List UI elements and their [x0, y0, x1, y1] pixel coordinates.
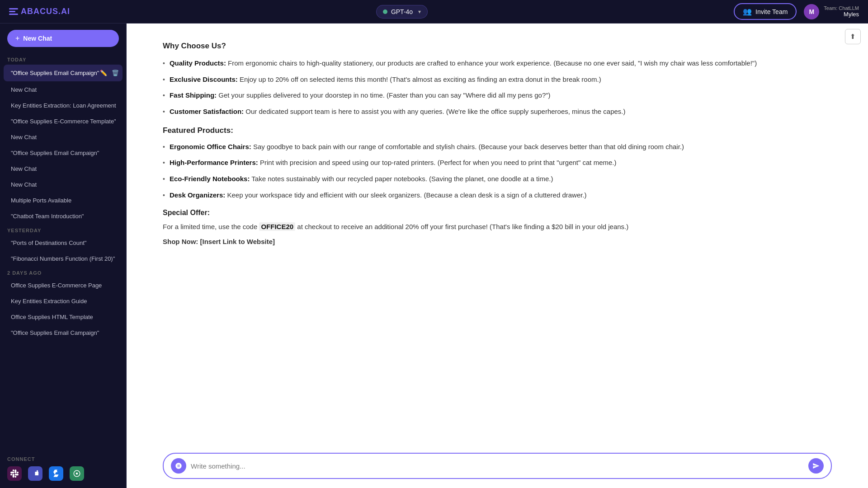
list-item-text: High-Performance Printers: Print with pr… [170, 157, 617, 168]
sidebar-item[interactable]: "Fibonacci Numbers Function (First 20)" [4, 251, 123, 266]
chat-input[interactable] [191, 462, 804, 470]
bullet-dot: • [163, 158, 165, 168]
user-info-group: M Team: ChatLLM Myles [804, 4, 859, 19]
connect-teams-icon[interactable] [28, 466, 42, 481]
delete-icon[interactable]: 🗑️ [111, 69, 120, 77]
bullet-dot: • [163, 191, 165, 201]
bullet-dot: • [163, 91, 165, 101]
connect-slack-icon[interactable] [7, 466, 22, 481]
connect-hub-icon[interactable] [70, 466, 84, 481]
invite-team-button[interactable]: 👥 Invite Team [734, 3, 797, 20]
list-item: • Eco-Friendly Notebooks: Take notes sus… [163, 174, 832, 184]
svg-point-0 [37, 470, 38, 472]
logo-bar-1 [9, 8, 18, 9]
main-layout: + New Chat TODAY "Office Supplies Email … [0, 23, 868, 488]
logo-bar-3 [9, 14, 18, 15]
sidebar-item[interactable]: "Office Supplies Email Campaign" [4, 325, 123, 340]
sidebar-item[interactable]: Key Entities Extraction: Loan Agreement [4, 98, 123, 113]
share-button[interactable]: ⬆ [845, 29, 861, 44]
sidebar: + New Chat TODAY "Office Supplies Email … [0, 23, 127, 488]
connect-icons [7, 466, 119, 481]
connect-drive-icon[interactable] [49, 466, 63, 481]
new-chat-button[interactable]: + New Chat [7, 30, 119, 47]
connect-label: CONNECT [7, 456, 119, 462]
avatar: M [804, 4, 819, 19]
sidebar-item[interactable]: Office Supplies E-Commerce Page [4, 278, 123, 293]
list-item: • Ergonomic Office Chairs: Say goodbye t… [163, 141, 832, 152]
why-choose-title: Why Choose Us? [163, 42, 832, 51]
special-offer-title: Special Offer: [163, 209, 832, 217]
model-status-dot [383, 9, 387, 14]
bullet-dot: • [163, 59, 165, 69]
model-selector[interactable]: GPT-4o ▾ [376, 5, 428, 19]
sidebar-item-text: "Office Supplies Email Campaign" [11, 70, 99, 76]
topnav-center: GPT-4o ▾ [376, 5, 428, 19]
offer-code: OFFICE20 [259, 222, 295, 231]
featured-list: • Ergonomic Office Chairs: Say goodbye t… [163, 141, 832, 201]
invite-icon: 👥 [743, 7, 752, 16]
list-item-text: Customer Satisfaction: Our dedicated sup… [170, 106, 626, 117]
logo-bars [9, 8, 18, 15]
list-item: • High-Performance Printers: Print with … [163, 157, 832, 168]
bullet-dot: • [163, 107, 165, 117]
sidebar-item[interactable]: Key Entities Extraction Guide [4, 294, 123, 309]
attach-icon [175, 462, 182, 469]
logo: ABACUS.AI [9, 7, 70, 16]
sidebar-item[interactable]: "Ports of Destinations Count" [4, 235, 123, 250]
sidebar-item[interactable]: New Chat [4, 161, 123, 176]
list-item-text: Exclusive Discounts: Enjoy up to 20% off… [170, 74, 601, 84]
sidebar-item[interactable]: "Office Supplies E-Commerce Template" [4, 114, 123, 129]
sidebar-item[interactable]: New Chat [4, 177, 123, 192]
topnav-right: 👥 Invite Team M Team: ChatLLM Myles [734, 3, 859, 20]
user-team-label: Team: ChatLLM [824, 5, 859, 11]
list-item: • Customer Satisfaction: Our dedicated s… [163, 106, 832, 117]
sidebar-item[interactable]: "Chatbot Team Introduction" [4, 209, 123, 224]
featured-products-title: Featured Products: [163, 126, 832, 135]
bullet-dot: • [163, 174, 165, 184]
sidebar-item-active[interactable]: "Office Supplies Email Campaign" ✏️ 🗑️ [4, 65, 123, 81]
shop-now-text: Shop Now: [Insert Link to Website] [163, 238, 832, 245]
user-details: Team: ChatLLM Myles [824, 5, 859, 18]
chat-area: ⬆ Why Choose Us? • Quality Products: Fro… [127, 23, 868, 488]
list-item-text: Fast Shipping: Get your supplies deliver… [170, 90, 551, 100]
chat-input-area [127, 446, 868, 488]
logo-text: ABACUS.AI [21, 7, 70, 16]
section-label-yesterday: YESTERDAY [0, 224, 126, 235]
invite-team-label: Invite Team [755, 8, 788, 15]
topnav: ABACUS.AI GPT-4o ▾ 👥 Invite Team M Team:… [0, 0, 868, 23]
sidebar-item[interactable]: New Chat [4, 82, 123, 97]
model-name: GPT-4o [391, 8, 413, 15]
logo-bar-2 [9, 11, 15, 12]
plus-icon: + [15, 34, 19, 42]
sidebar-item-actions: ✏️ 🗑️ [99, 69, 120, 77]
list-item: • Desk Organizers: Keep your workspace t… [163, 190, 832, 201]
list-item-text: Quality Products: From ergonomic chairs … [170, 58, 757, 68]
list-item: • Exclusive Discounts: Enjoy up to 20% o… [163, 74, 832, 85]
chat-input-container [163, 453, 832, 479]
edit-icon[interactable]: ✏️ [99, 69, 108, 77]
new-chat-label: New Chat [23, 35, 52, 42]
send-button[interactable] [808, 458, 824, 474]
section-label-2days: 2 DAYS AGO [0, 267, 126, 277]
sidebar-item[interactable]: Office Supplies HTML Template [4, 310, 123, 324]
list-item-text: Eco-Friendly Notebooks: Take notes susta… [170, 174, 553, 184]
list-item-text: Desk Organizers: Keep your workspace tid… [170, 190, 587, 200]
chevron-down-icon: ▾ [418, 9, 421, 15]
bullet-dot: • [163, 75, 165, 85]
sidebar-item[interactable]: "Office Supplies Email Campaign" [4, 145, 123, 160]
why-choose-list: • Quality Products: From ergonomic chair… [163, 58, 832, 117]
bullet-dot: • [163, 142, 165, 152]
attach-button[interactable] [171, 458, 186, 474]
list-item: • Fast Shipping: Get your supplies deliv… [163, 90, 832, 101]
send-icon [812, 462, 820, 469]
connect-section: CONNECT [0, 452, 126, 488]
chat-content: Why Choose Us? • Quality Products: From … [127, 23, 868, 446]
topnav-left: ABACUS.AI [9, 7, 70, 16]
list-item: • Quality Products: From ergonomic chair… [163, 58, 832, 69]
svg-point-1 [76, 473, 78, 475]
sidebar-item[interactable]: Multiple Ports Available [4, 193, 123, 208]
user-name: Myles [824, 11, 859, 18]
section-label-today: TODAY [0, 53, 126, 64]
offer-text: For a limited time, use the code OFFICE2… [163, 221, 832, 232]
sidebar-item[interactable]: New Chat [4, 130, 123, 145]
